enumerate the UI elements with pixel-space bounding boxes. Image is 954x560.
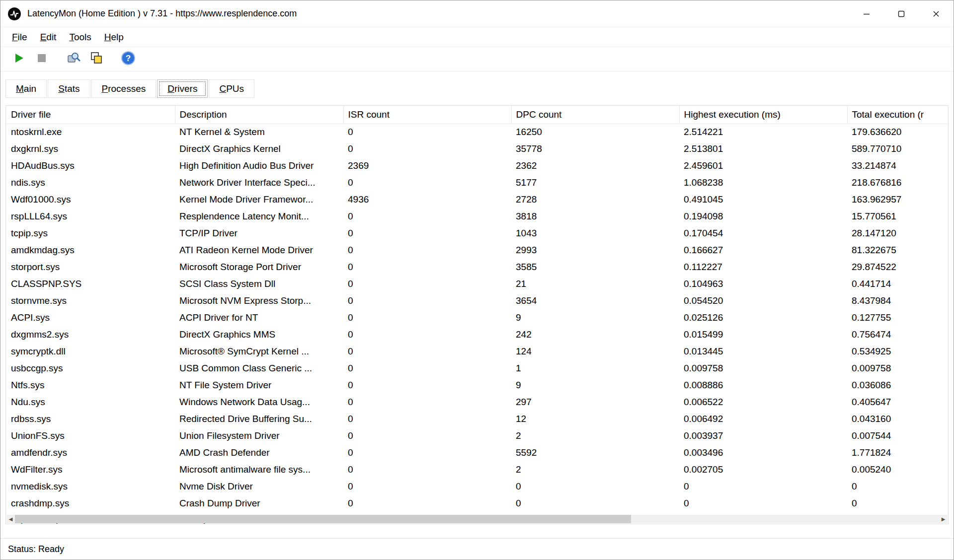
table-row[interactable]: rspLLL64.sysResplendence Latency Monit..… xyxy=(6,208,949,225)
table-cell: 29.874522 xyxy=(847,259,949,276)
column-header-6[interactable]: Total execution (r xyxy=(847,106,949,124)
table-cell: 0.166627 xyxy=(679,242,847,259)
minimize-button[interactable] xyxy=(849,0,884,27)
table-cell: tcpip.sys xyxy=(6,225,175,242)
table-cell: Union Filesystem Driver xyxy=(175,427,343,444)
table-row[interactable]: amdfendr.sysAMD Crash Defender055920.003… xyxy=(6,444,949,461)
table-cell: 21 xyxy=(511,276,679,292)
table-cell: 0 xyxy=(343,242,511,259)
column-header-1[interactable]: Driver file xyxy=(6,106,175,124)
menu-file[interactable]: File xyxy=(5,29,34,45)
table-cell: Windows Network Data Usag... xyxy=(175,394,343,411)
table-cell: NT Kernel & System xyxy=(175,124,343,140)
table-cell: 0.127755 xyxy=(847,309,949,326)
tab-stats[interactable]: Stats xyxy=(48,79,90,98)
scroll-left-arrow-icon[interactable]: ◀ xyxy=(6,515,15,523)
table-cell: 16250 xyxy=(511,124,679,140)
table-cell: 0 xyxy=(343,377,511,394)
table-cell: 0.756474 xyxy=(847,326,949,343)
table-row[interactable]: usbccgp.sysUSB Common Class Generic ...0… xyxy=(6,360,949,377)
table-cell: 2 xyxy=(511,427,679,444)
table-cell: dxgmms2.sys xyxy=(6,326,175,343)
table-cell: 0.036086 xyxy=(847,377,949,394)
column-header-5[interactable]: Highest execution (ms) xyxy=(679,106,847,124)
table-header-row: Driver fileDescriptionISR countDPC count… xyxy=(6,106,949,124)
table-cell: ATI Radeon Kernel Mode Driver xyxy=(175,242,343,259)
table-cell: 218.676816 xyxy=(847,174,949,191)
maximize-button[interactable] xyxy=(884,0,919,27)
menu-help[interactable]: Help xyxy=(98,29,130,45)
table-cell: Kernel Mode Driver Framewor... xyxy=(175,191,343,208)
table-cell: 1043 xyxy=(511,225,679,242)
table-cell: crashdmp.sys xyxy=(6,495,175,512)
table-row[interactable]: dxgkrnl.sysDirectX Graphics Kernel035778… xyxy=(6,140,949,157)
scroll-right-arrow-icon[interactable]: ▶ xyxy=(939,515,948,523)
table-cell: 0.006492 xyxy=(679,411,847,427)
table-cell: ndis.sys xyxy=(6,174,175,191)
table-row[interactable]: symcryptk.dllMicrosoft® SymCrypt Kernel … xyxy=(6,343,949,360)
table-row[interactable]: CLASSPNP.SYSSCSI Class System Dll0210.10… xyxy=(6,276,949,292)
table-cell: 4936 xyxy=(343,191,511,208)
start-monitor-button[interactable] xyxy=(7,49,30,70)
analyze-button[interactable] xyxy=(62,49,85,70)
tab-drivers-label: Drivers xyxy=(167,83,197,94)
table-row[interactable]: UnionFS.sysUnion Filesystem Driver020.00… xyxy=(6,427,949,444)
scrollbar-thumb[interactable] xyxy=(15,515,631,523)
table-row[interactable]: WdFilter.sysMicrosoft antimalware file s… xyxy=(6,461,949,478)
table-cell: 0.002705 xyxy=(679,461,847,478)
table-row[interactable]: Ndu.sysWindows Network Data Usag...02970… xyxy=(6,394,949,411)
menu-edit[interactable]: Edit xyxy=(34,29,63,45)
tab-cpus[interactable]: CPUs xyxy=(209,79,254,98)
table-cell: Microsoft antimalware file sys... xyxy=(175,461,343,478)
table-row[interactable]: ndis.sysNetwork Driver Interface Speci..… xyxy=(6,174,949,191)
table-cell: 0.003937 xyxy=(679,427,847,444)
table-cell: 33.214874 xyxy=(847,157,949,174)
column-header-3[interactable]: ISR count xyxy=(343,106,511,124)
table-cell: UnionFS.sys xyxy=(6,427,175,444)
table-row[interactable]: nvmedisk.sysNvme Disk Driver0000 xyxy=(6,478,949,495)
table-cell: 1.771824 xyxy=(847,444,949,461)
table-row[interactable]: ACPI.sysACPI Driver for NT090.0251260.12… xyxy=(6,309,949,326)
table-row[interactable]: ntoskrnl.exeNT Kernel & System0162502.51… xyxy=(6,124,949,140)
table-cell: 0.441714 xyxy=(847,276,949,292)
table-cell: 15.770561 xyxy=(847,208,949,225)
tab-main[interactable]: Main xyxy=(5,79,47,98)
status-bar: Status: Ready xyxy=(0,538,954,560)
table-cell: 0 xyxy=(343,309,511,326)
table-row[interactable]: dxgmms2.sysDirectX Graphics MMS02420.015… xyxy=(6,326,949,343)
table-cell: 0 xyxy=(343,225,511,242)
table-row[interactable]: Ntfs.sysNT File System Driver090.0088860… xyxy=(6,377,949,394)
window-title: LatencyMon (Home Edition ) v 7.31 - http… xyxy=(27,8,297,19)
table-cell: 0.003496 xyxy=(679,444,847,461)
tab-processes[interactable]: Processes xyxy=(91,79,157,98)
table-cell: rdbss.sys xyxy=(6,411,175,427)
table-row[interactable]: storport.sysMicrosoft Storage Port Drive… xyxy=(6,259,949,276)
tab-drivers[interactable]: Drivers xyxy=(157,79,208,98)
close-button[interactable] xyxy=(919,0,954,27)
horizontal-scrollbar[interactable]: ◀ ▶ xyxy=(6,515,948,523)
table-row[interactable]: crashdmp.sysCrash Dump Driver0000 xyxy=(6,495,949,512)
table-row[interactable]: HDAudBus.sysHigh Definition Audio Bus Dr… xyxy=(6,157,949,174)
table-cell: 0 xyxy=(679,478,847,495)
table-cell: Redirected Drive Buffering Su... xyxy=(175,411,343,427)
help-button[interactable]: ? xyxy=(117,49,140,70)
table-cell: symcryptk.dll xyxy=(6,343,175,360)
menu-tools[interactable]: Tools xyxy=(63,29,97,45)
tab-stats-label: Stats xyxy=(58,83,80,94)
table-cell: 2.513801 xyxy=(679,140,847,157)
column-header-4[interactable]: DPC count xyxy=(511,106,679,124)
table-row[interactable]: amdkmdag.sysATI Radeon Kernel Mode Drive… xyxy=(6,242,949,259)
table-row[interactable]: stornvme.sysMicrosoft NVM Express Storp.… xyxy=(6,292,949,309)
stop-monitor-button[interactable] xyxy=(30,49,53,70)
table-cell: 0 xyxy=(343,478,511,495)
table-cell: 0 xyxy=(343,276,511,292)
table-row[interactable]: Wdf01000.sysKernel Mode Driver Framewor.… xyxy=(6,191,949,208)
table-row[interactable]: tcpip.sysTCP/IP Driver010430.17045428.14… xyxy=(6,225,949,242)
table-cell: Network Driver Interface Speci... xyxy=(175,174,343,191)
table-row[interactable]: rdbss.sysRedirected Drive Buffering Su..… xyxy=(6,411,949,427)
column-header-2[interactable]: Description xyxy=(175,106,343,124)
copy-report-button[interactable] xyxy=(85,49,108,70)
table-cell: 0 xyxy=(343,461,511,478)
bottom-gap xyxy=(0,524,954,538)
table-cell: dxgkrnl.sys xyxy=(6,140,175,157)
